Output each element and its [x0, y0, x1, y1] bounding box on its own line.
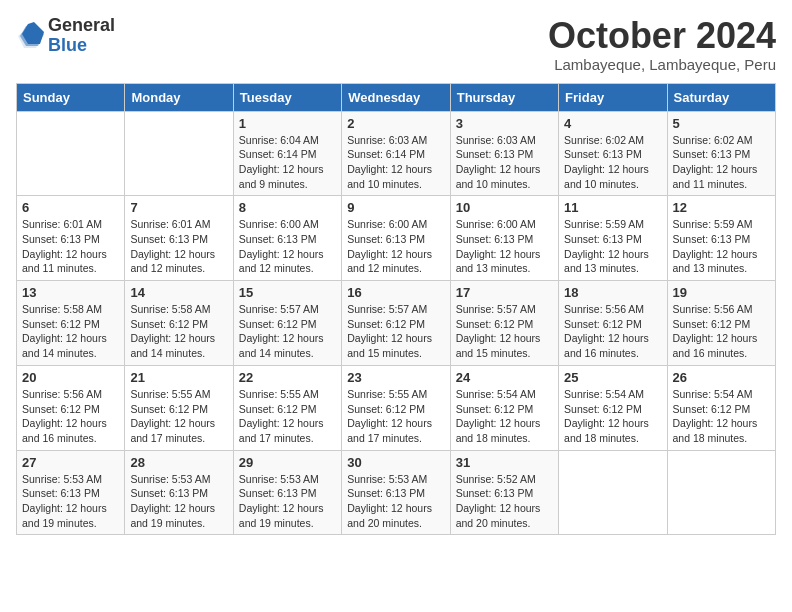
calendar-cell: 9Sunrise: 6:00 AM Sunset: 6:13 PM Daylig…	[342, 196, 450, 281]
day-info: Sunrise: 5:58 AM Sunset: 6:12 PM Dayligh…	[22, 302, 119, 361]
day-info: Sunrise: 5:53 AM Sunset: 6:13 PM Dayligh…	[22, 472, 119, 531]
day-number: 8	[239, 200, 336, 215]
calendar-cell: 5Sunrise: 6:02 AM Sunset: 6:13 PM Daylig…	[667, 111, 775, 196]
calendar-cell: 3Sunrise: 6:03 AM Sunset: 6:13 PM Daylig…	[450, 111, 558, 196]
calendar-cell: 7Sunrise: 6:01 AM Sunset: 6:13 PM Daylig…	[125, 196, 233, 281]
calendar-cell: 27Sunrise: 5:53 AM Sunset: 6:13 PM Dayli…	[17, 450, 125, 535]
calendar-cell: 31Sunrise: 5:52 AM Sunset: 6:13 PM Dayli…	[450, 450, 558, 535]
day-number: 24	[456, 370, 553, 385]
day-number: 13	[22, 285, 119, 300]
logo-blue-label: Blue	[48, 36, 115, 56]
day-info: Sunrise: 6:04 AM Sunset: 6:14 PM Dayligh…	[239, 133, 336, 192]
day-info: Sunrise: 6:00 AM Sunset: 6:13 PM Dayligh…	[456, 217, 553, 276]
day-info: Sunrise: 5:54 AM Sunset: 6:12 PM Dayligh…	[673, 387, 770, 446]
day-info: Sunrise: 5:56 AM Sunset: 6:12 PM Dayligh…	[22, 387, 119, 446]
calendar-cell: 25Sunrise: 5:54 AM Sunset: 6:12 PM Dayli…	[559, 365, 667, 450]
day-number: 3	[456, 116, 553, 131]
calendar-week-row: 27Sunrise: 5:53 AM Sunset: 6:13 PM Dayli…	[17, 450, 776, 535]
day-number: 4	[564, 116, 661, 131]
calendar-cell: 23Sunrise: 5:55 AM Sunset: 6:12 PM Dayli…	[342, 365, 450, 450]
calendar-cell: 10Sunrise: 6:00 AM Sunset: 6:13 PM Dayli…	[450, 196, 558, 281]
calendar-cell: 4Sunrise: 6:02 AM Sunset: 6:13 PM Daylig…	[559, 111, 667, 196]
day-number: 31	[456, 455, 553, 470]
header-tuesday: Tuesday	[233, 83, 341, 111]
day-number: 19	[673, 285, 770, 300]
calendar-cell: 26Sunrise: 5:54 AM Sunset: 6:12 PM Dayli…	[667, 365, 775, 450]
day-info: Sunrise: 5:52 AM Sunset: 6:13 PM Dayligh…	[456, 472, 553, 531]
day-info: Sunrise: 5:57 AM Sunset: 6:12 PM Dayligh…	[347, 302, 444, 361]
day-info: Sunrise: 5:56 AM Sunset: 6:12 PM Dayligh…	[673, 302, 770, 361]
day-info: Sunrise: 6:02 AM Sunset: 6:13 PM Dayligh…	[673, 133, 770, 192]
day-number: 5	[673, 116, 770, 131]
header-friday: Friday	[559, 83, 667, 111]
calendar-cell	[559, 450, 667, 535]
calendar-week-row: 20Sunrise: 5:56 AM Sunset: 6:12 PM Dayli…	[17, 365, 776, 450]
calendar-cell: 20Sunrise: 5:56 AM Sunset: 6:12 PM Dayli…	[17, 365, 125, 450]
calendar-cell: 2Sunrise: 6:03 AM Sunset: 6:14 PM Daylig…	[342, 111, 450, 196]
day-number: 2	[347, 116, 444, 131]
day-info: Sunrise: 6:03 AM Sunset: 6:13 PM Dayligh…	[456, 133, 553, 192]
calendar-cell: 22Sunrise: 5:55 AM Sunset: 6:12 PM Dayli…	[233, 365, 341, 450]
day-number: 15	[239, 285, 336, 300]
calendar-week-row: 6Sunrise: 6:01 AM Sunset: 6:13 PM Daylig…	[17, 196, 776, 281]
day-info: Sunrise: 5:55 AM Sunset: 6:12 PM Dayligh…	[347, 387, 444, 446]
calendar-cell: 19Sunrise: 5:56 AM Sunset: 6:12 PM Dayli…	[667, 281, 775, 366]
calendar-cell: 29Sunrise: 5:53 AM Sunset: 6:13 PM Dayli…	[233, 450, 341, 535]
day-info: Sunrise: 6:00 AM Sunset: 6:13 PM Dayligh…	[347, 217, 444, 276]
header-saturday: Saturday	[667, 83, 775, 111]
day-info: Sunrise: 5:54 AM Sunset: 6:12 PM Dayligh…	[564, 387, 661, 446]
header-wednesday: Wednesday	[342, 83, 450, 111]
day-info: Sunrise: 5:55 AM Sunset: 6:12 PM Dayligh…	[239, 387, 336, 446]
day-number: 18	[564, 285, 661, 300]
day-info: Sunrise: 5:57 AM Sunset: 6:12 PM Dayligh…	[456, 302, 553, 361]
day-info: Sunrise: 6:00 AM Sunset: 6:13 PM Dayligh…	[239, 217, 336, 276]
day-info: Sunrise: 5:56 AM Sunset: 6:12 PM Dayligh…	[564, 302, 661, 361]
day-info: Sunrise: 5:53 AM Sunset: 6:13 PM Dayligh…	[347, 472, 444, 531]
day-number: 1	[239, 116, 336, 131]
calendar-cell: 15Sunrise: 5:57 AM Sunset: 6:12 PM Dayli…	[233, 281, 341, 366]
header-thursday: Thursday	[450, 83, 558, 111]
calendar-cell: 18Sunrise: 5:56 AM Sunset: 6:12 PM Dayli…	[559, 281, 667, 366]
day-number: 30	[347, 455, 444, 470]
calendar-cell: 1Sunrise: 6:04 AM Sunset: 6:14 PM Daylig…	[233, 111, 341, 196]
calendar-cell: 16Sunrise: 5:57 AM Sunset: 6:12 PM Dayli…	[342, 281, 450, 366]
day-number: 28	[130, 455, 227, 470]
day-info: Sunrise: 6:03 AM Sunset: 6:14 PM Dayligh…	[347, 133, 444, 192]
month-title: October 2024	[548, 16, 776, 56]
day-number: 16	[347, 285, 444, 300]
calendar-header-row: SundayMondayTuesdayWednesdayThursdayFrid…	[17, 83, 776, 111]
calendar-cell	[125, 111, 233, 196]
day-info: Sunrise: 6:01 AM Sunset: 6:13 PM Dayligh…	[130, 217, 227, 276]
day-number: 20	[22, 370, 119, 385]
calendar-week-row: 1Sunrise: 6:04 AM Sunset: 6:14 PM Daylig…	[17, 111, 776, 196]
logo-text: General Blue	[48, 16, 115, 56]
day-number: 22	[239, 370, 336, 385]
day-info: Sunrise: 6:02 AM Sunset: 6:13 PM Dayligh…	[564, 133, 661, 192]
calendar-cell: 6Sunrise: 6:01 AM Sunset: 6:13 PM Daylig…	[17, 196, 125, 281]
day-info: Sunrise: 5:53 AM Sunset: 6:13 PM Dayligh…	[130, 472, 227, 531]
day-number: 26	[673, 370, 770, 385]
calendar-cell: 17Sunrise: 5:57 AM Sunset: 6:12 PM Dayli…	[450, 281, 558, 366]
calendar-cell: 13Sunrise: 5:58 AM Sunset: 6:12 PM Dayli…	[17, 281, 125, 366]
header-monday: Monday	[125, 83, 233, 111]
location-subtitle: Lambayeque, Lambayeque, Peru	[548, 56, 776, 73]
day-number: 29	[239, 455, 336, 470]
day-info: Sunrise: 5:57 AM Sunset: 6:12 PM Dayligh…	[239, 302, 336, 361]
day-number: 6	[22, 200, 119, 215]
calendar-cell: 28Sunrise: 5:53 AM Sunset: 6:13 PM Dayli…	[125, 450, 233, 535]
day-info: Sunrise: 5:55 AM Sunset: 6:12 PM Dayligh…	[130, 387, 227, 446]
day-number: 12	[673, 200, 770, 215]
calendar-cell: 8Sunrise: 6:00 AM Sunset: 6:13 PM Daylig…	[233, 196, 341, 281]
page-header: General Blue October 2024 Lambayeque, La…	[16, 16, 776, 73]
day-info: Sunrise: 5:54 AM Sunset: 6:12 PM Dayligh…	[456, 387, 553, 446]
day-number: 25	[564, 370, 661, 385]
day-number: 14	[130, 285, 227, 300]
day-number: 21	[130, 370, 227, 385]
calendar-cell	[667, 450, 775, 535]
logo-icon	[16, 22, 44, 50]
day-info: Sunrise: 5:53 AM Sunset: 6:13 PM Dayligh…	[239, 472, 336, 531]
day-info: Sunrise: 5:59 AM Sunset: 6:13 PM Dayligh…	[564, 217, 661, 276]
day-info: Sunrise: 6:01 AM Sunset: 6:13 PM Dayligh…	[22, 217, 119, 276]
calendar-cell	[17, 111, 125, 196]
day-number: 11	[564, 200, 661, 215]
